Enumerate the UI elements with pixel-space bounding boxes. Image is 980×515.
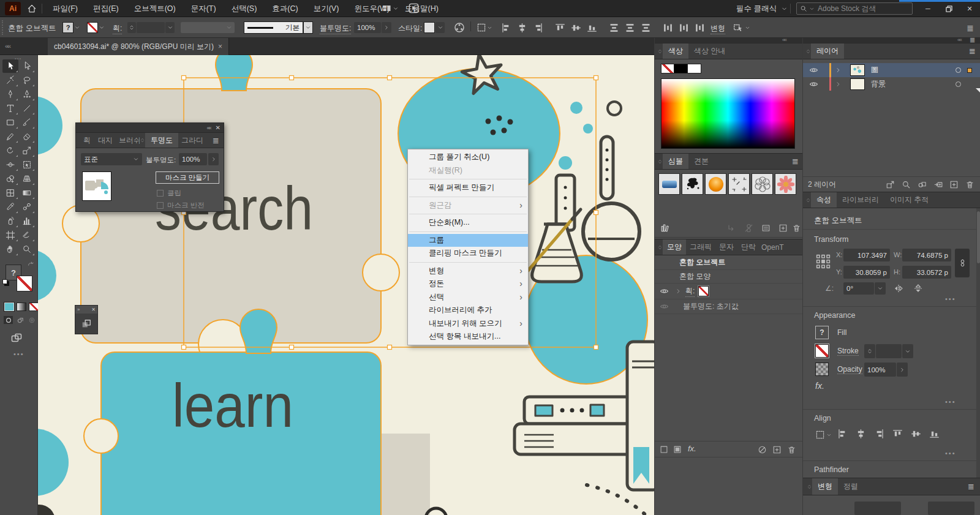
- recolor-artwork-icon[interactable]: [453, 21, 466, 34]
- transform-reference-icon[interactable]: [477, 23, 492, 32]
- stroke-style-dropdown[interactable]: 기본: [244, 21, 303, 34]
- draw-inside-mode[interactable]: [27, 316, 36, 324]
- eyedropper-tool[interactable]: [2, 200, 18, 214]
- restore-button[interactable]: [938, 0, 959, 17]
- context-menu-item-select[interactable]: 선택›: [408, 291, 528, 304]
- line-segment-tool[interactable]: [19, 102, 35, 115]
- locate-object-icon[interactable]: [902, 180, 911, 189]
- cycle-panel-icon[interactable]: [657, 48, 663, 55]
- make-mask-button[interactable]: 마스크 만들기: [156, 171, 219, 184]
- rotation-dropdown[interactable]: [875, 282, 886, 295]
- stroke-weight-dropdown[interactable]: [902, 344, 913, 358]
- align-v-middle-icon[interactable]: [911, 429, 921, 439]
- align-h-center-icon[interactable]: [856, 429, 866, 439]
- style-swatch[interactable]: [424, 22, 435, 33]
- y-value-input[interactable]: 30.8059 p: [843, 266, 890, 279]
- opacity-options-button[interactable]: [382, 22, 391, 33]
- menu-effect[interactable]: 효과(C): [271, 4, 299, 14]
- paintbrush-tool[interactable]: [19, 116, 35, 129]
- close-button[interactable]: ✕: [959, 0, 980, 17]
- tab-brushes[interactable]: 브러쉬: [116, 133, 140, 148]
- visibility-eye-icon[interactable]: [809, 66, 818, 75]
- more-options-icon[interactable]: •••: [945, 398, 956, 405]
- delete-item-icon[interactable]: [787, 445, 796, 454]
- stroke-color-control[interactable]: [87, 22, 105, 33]
- props-stroke-label[interactable]: Stroke: [837, 347, 859, 356]
- symbol-blue-ribbon[interactable]: [658, 173, 680, 195]
- invert-mask-checkbox-row[interactable]: 마스크 반전: [157, 201, 205, 210]
- layer-target-circle[interactable]: [956, 81, 961, 87]
- direct-selection-tool[interactable]: [19, 59, 35, 73]
- layer-row[interactable]: 背景: [803, 77, 980, 91]
- symbol-options-icon[interactable]: [761, 224, 771, 233]
- close-panel-icon[interactable]: ✕: [91, 307, 96, 312]
- close-tab-icon[interactable]: ×: [218, 42, 222, 51]
- stroke-weight-dropdown[interactable]: [165, 22, 175, 33]
- new-symbol-icon[interactable]: [778, 224, 788, 233]
- panel-menu-icon[interactable]: ≣: [967, 23, 974, 33]
- symbol-flower[interactable]: [775, 173, 796, 195]
- draw-normal-mode[interactable]: [4, 316, 13, 324]
- document-layout-icon[interactable]: [382, 4, 399, 13]
- align-top-icon[interactable]: [892, 429, 903, 439]
- transform-panel-field[interactable]: [854, 502, 901, 515]
- zoom-tool[interactable]: [19, 242, 35, 256]
- collapse-dock-icon[interactable]: ««: [957, 37, 961, 43]
- align-top-icon[interactable]: [555, 23, 565, 33]
- align-left-icon[interactable]: [837, 429, 848, 439]
- stroke-color-indicator[interactable]: [17, 276, 32, 291]
- more-options-icon[interactable]: •••: [945, 295, 956, 303]
- opacity-value[interactable]: 100%: [179, 153, 207, 165]
- stroke-weight-stepper[interactable]: [864, 344, 875, 358]
- align-v-middle-icon[interactable]: [571, 23, 581, 33]
- add-effect-fx-icon[interactable]: fx.: [688, 444, 696, 453]
- hand-tool[interactable]: [2, 242, 18, 256]
- collect-for-export-icon[interactable]: [886, 180, 895, 189]
- align-to-selector[interactable]: [815, 430, 832, 440]
- cycle-panel-icon[interactable]: [807, 483, 812, 491]
- close-panel-icon[interactable]: ✕: [216, 124, 221, 131]
- symbol-ink-splat[interactable]: [682, 173, 703, 195]
- stroke-weight-value[interactable]: [137, 22, 165, 33]
- stock-search-box[interactable]: [796, 2, 913, 15]
- selection-tool[interactable]: [2, 59, 18, 73]
- context-menu-item-group[interactable]: 그룹: [408, 234, 528, 247]
- layer-name[interactable]: 背景: [871, 79, 886, 89]
- tab-symbols[interactable]: 심볼: [663, 154, 688, 169]
- new-fill-icon[interactable]: [673, 445, 682, 454]
- transform-panel-field[interactable]: [928, 502, 974, 515]
- appearance-row-stroke[interactable]: 획:: [655, 284, 803, 299]
- expand-layer-icon[interactable]: [835, 67, 842, 73]
- blend-tool[interactable]: [19, 200, 35, 214]
- tab-image-trace[interactable]: 이미지 추적: [884, 192, 934, 208]
- style-dropdown[interactable]: [435, 22, 445, 33]
- black-swatch[interactable]: [674, 64, 688, 73]
- distribute-left-icon[interactable]: [663, 23, 673, 33]
- tab-color[interactable]: 색상: [663, 43, 688, 59]
- panel-menu-icon[interactable]: ≣: [969, 47, 976, 56]
- eraser-tool[interactable]: [19, 130, 35, 143]
- tab-align[interactable]: 정렬: [838, 478, 864, 495]
- align-left-icon[interactable]: [501, 23, 511, 33]
- opacity-label[interactable]: 불투명도:: [320, 23, 351, 34]
- free-transform-tool[interactable]: [19, 158, 35, 171]
- pathfinder-panel-icon[interactable]: [75, 314, 97, 334]
- minimize-button[interactable]: ─: [918, 0, 938, 17]
- visibility-eye-icon[interactable]: [660, 287, 669, 296]
- tab-graphic-styles[interactable]: 그래픽: [686, 239, 715, 255]
- flip-vertical-icon[interactable]: [913, 284, 923, 293]
- collapse-panels-icon[interactable]: ««: [5, 42, 10, 50]
- tab-artboards[interactable]: 대지: [94, 133, 116, 148]
- cycle-panel-icon[interactable]: [805, 48, 811, 55]
- align-bottom-icon[interactable]: [929, 429, 940, 439]
- distribute-top-icon[interactable]: [609, 23, 619, 33]
- menu-edit[interactable]: 편집(E): [92, 4, 120, 14]
- constrain-proportions-icon[interactable]: [955, 249, 970, 277]
- collapse-dock-icon[interactable]: ««: [782, 37, 786, 43]
- stroke-swatch-none[interactable]: [87, 22, 98, 33]
- search-input[interactable]: [816, 4, 896, 13]
- fill-color-control[interactable]: ?: [62, 22, 80, 33]
- props-opacity-swatch[interactable]: [815, 363, 829, 376]
- collapse-panel-icon[interactable]: ««: [207, 125, 211, 131]
- appearance-row-opacity[interactable]: 불투명도: 초기값: [655, 299, 803, 314]
